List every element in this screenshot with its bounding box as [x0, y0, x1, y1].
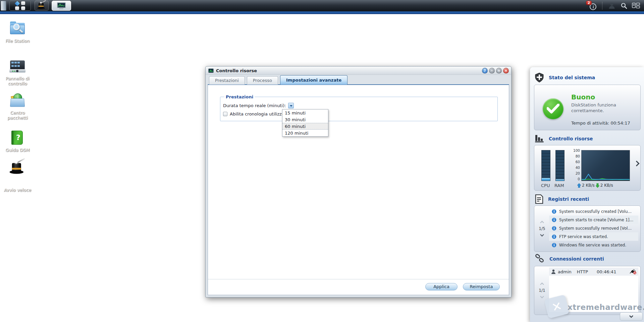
widget-title: Controllo risorse [549, 136, 593, 141]
dsm-help-icon: ? [9, 129, 26, 146]
widget-panel: Stato del sistema Buono DiskStation funz… [530, 67, 644, 322]
xtremehardware-watermark: xtremehardware.com [568, 303, 644, 312]
connection-row[interactable]: admin HTTP 00:46:41 [549, 268, 638, 276]
desktop: i 2 [0, 0, 644, 322]
taskbar-app-controllo-risorse-active[interactable] [52, 1, 71, 11]
main-menu-icon [15, 1, 25, 10]
resource-monitor-box[interactable]: CPU RAM 100 80 60 40 20 0 2 KB/s 2 KB [534, 145, 641, 191]
main-menu-button[interactable] [9, 1, 31, 11]
desktop-icon-file-station[interactable]: File Station [2, 20, 33, 44]
log-row[interactable]: Windows file service was started. [549, 241, 638, 249]
info-icon [552, 243, 556, 247]
logs-page-indicator: 1/5 [539, 226, 545, 231]
network-graph-yticks: 100 80 60 40 20 0 [565, 148, 580, 181]
ram-label: RAM [554, 183, 564, 188]
chain-link-icon [535, 254, 545, 264]
recent-logs-box: 1/5 System successfully created [Volu...… [534, 205, 641, 252]
page-down-icon[interactable] [540, 234, 544, 237]
widget-title: Registri recenti [548, 196, 589, 202]
page-down-icon[interactable] [540, 296, 544, 298]
window-controllo-risorse: Controllo risorse ? – + × Prestazioni Pr… [205, 66, 512, 297]
desktop-icon-label: Centro pacchetti [2, 110, 33, 121]
info-icon [552, 226, 556, 231]
tab-impostazioni-avanzate[interactable]: Impostazioni avanzate [280, 75, 347, 85]
reset-button[interactable]: Reimposta [463, 283, 500, 290]
desktop-icon-guida-dsm[interactable]: ? Guida DSM [2, 129, 33, 153]
connection-time: 00:46:41 [597, 269, 616, 274]
tab-prestazioni[interactable]: Prestazioni [209, 76, 245, 85]
log-row[interactable]: System successfully removed [Vol... [549, 224, 638, 232]
person-icon [551, 269, 556, 274]
open-resource-monitor-chevron[interactable] [634, 161, 640, 167]
desktop-icon-centro-pacchetti[interactable]: Centro pacchetti [2, 92, 33, 121]
log-row[interactable]: System successfully created [Volu... [549, 207, 638, 216]
disconnect-icon[interactable] [630, 269, 636, 275]
history-checkbox[interactable] [223, 112, 227, 116]
widget-title: Connessioni correnti [549, 256, 604, 262]
shield-icon [535, 73, 544, 83]
connections-header: Connessioni correnti [535, 254, 604, 264]
minimize-button[interactable]: – [489, 68, 495, 74]
show-desktop-button[interactable] [1, 1, 6, 11]
magic-hat-icon [37, 2, 46, 9]
network-rates: 2 KB/s 2 KB/s [577, 183, 613, 188]
log-row[interactable]: System starts to create [Volume 1]... [549, 216, 638, 224]
tab-processo[interactable]: Processo [247, 76, 278, 85]
log-row[interactable]: FTP service was started. [549, 232, 638, 241]
realtime-duration-label: Durata tempo reale (minuti): [223, 103, 286, 108]
panel-collapse-tab[interactable] [620, 312, 643, 321]
page-up-icon[interactable] [540, 221, 544, 223]
dropdown-option[interactable]: 30 minuti [282, 116, 328, 123]
info-icon [552, 209, 556, 214]
system-uptime: Tempo di attività: 00:54:17 [571, 121, 630, 126]
chevron-down-icon [629, 315, 633, 318]
info-icon [552, 218, 556, 222]
close-button[interactable]: × [503, 68, 509, 74]
pilot-view-button[interactable] [630, 1, 642, 11]
fieldset-legend: Prestazioni [224, 94, 255, 99]
desktop-icon-avvio-veloce[interactable]: Avvio veloce [2, 165, 33, 193]
prestazioni-fieldset: Prestazioni Durata tempo reale (minuti):… [220, 94, 498, 121]
dropdown-option-highlighted[interactable]: 60 minuti [282, 123, 328, 130]
system-status-header: Stato del sistema [535, 73, 595, 83]
user-menu-button[interactable] [606, 1, 618, 11]
upload-arrow-icon [577, 183, 581, 188]
cpu-gauge [541, 150, 550, 181]
cpu-bar-fill [542, 178, 550, 181]
taskbar-app-avvio-veloce[interactable] [35, 1, 49, 11]
page-up-icon[interactable] [540, 282, 544, 285]
pilot-view-icon [632, 2, 640, 9]
network-graph [581, 150, 630, 181]
help-button[interactable]: ? [482, 68, 488, 74]
taskbar-tray: i 2 [587, 0, 644, 11]
window-title-icon [208, 68, 214, 73]
control-panel-icon [9, 58, 26, 75]
window-titlebar[interactable]: Controllo risorse ? – + × [206, 66, 511, 75]
desktop-icon-pannello-di-controllo[interactable]: Pannello di controllo [2, 58, 33, 86]
apply-button[interactable]: Applica [425, 283, 458, 290]
search-button[interactable] [618, 1, 630, 11]
window-controls: ? – + × [482, 68, 509, 74]
notifications-button[interactable]: i 2 [587, 1, 599, 11]
taskbar: i 2 [0, 0, 644, 11]
history-checkbox-label[interactable]: Abilita cronologia utilizzo [230, 111, 284, 117]
tray-divider [602, 2, 602, 10]
person-icon [608, 2, 615, 9]
info-icon [552, 234, 556, 239]
maximize-button[interactable]: + [496, 68, 502, 74]
quick-start-icon [2, 161, 33, 191]
download-arrow-icon [596, 183, 599, 188]
duration-combo-trigger[interactable] [288, 103, 294, 108]
synology-dsm-watermark: Synology DSM 4.1 [287, 305, 375, 315]
dropdown-option[interactable]: 120 minuti [282, 130, 328, 136]
upload-rate: 2 KB/s [582, 183, 595, 188]
resource-monitor-icon [57, 2, 66, 9]
dropdown-option[interactable]: 15 minuti [282, 109, 328, 116]
duration-dropdown-list: 15 minuti 30 minuti 60 minuti 120 minuti [282, 109, 328, 137]
window-footer: Applica Reimposta [208, 279, 509, 295]
desktop-icon-label: Pannello di controllo [2, 76, 33, 86]
logs-pager: 1/5 [536, 206, 548, 251]
log-list: System successfully created [Volu... Sys… [549, 207, 638, 249]
connections-page-indicator: 1/1 [539, 288, 545, 293]
ram-gauge [555, 150, 565, 181]
